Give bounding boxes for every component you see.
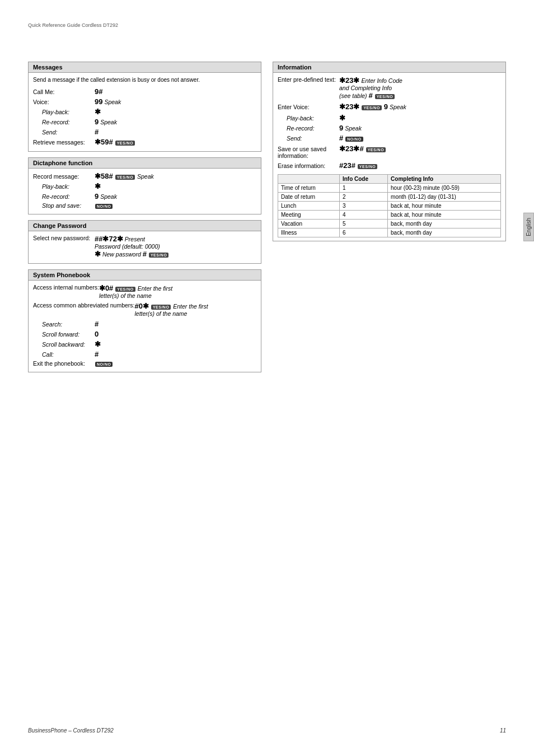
dictaphone-stop-label: Stop and save: [33,202,95,209]
change-password-row: Select new password: ##✱72✱ Present Pass… [33,235,256,258]
table-row: Date of return 2 month (01-12) day (01-3… [278,193,501,202]
phonebook-call-value: # [95,350,99,358]
info-rerecord-value: 9 Speak [339,124,362,132]
messages-voice-value: 99 Speak [95,97,121,106]
messages-retrieve: Retrieve messages: ✱59# YES/NO [33,138,256,146]
dictaphone-playback-value: ✱ [95,182,101,190]
table-row: Illness 6 back, month day [278,228,501,237]
change-password-section: Change Password Select new password: ##✱… [28,220,261,264]
messages-playback-label: Play-back: [33,109,95,115]
messages-send: Send: # [33,128,256,136]
messages-call-me-value: 9# [95,87,102,96]
change-password-value: ##✱72✱ Present Password (default: 0000) … [95,235,169,258]
system-phonebook-section: System Phonebook Access internal numbers… [28,269,261,372]
phonebook-scroll-fwd: Scroll forward: 0 [33,330,256,338]
info-send-label: Send: [278,135,339,142]
dictaphone-rerecord-value: 9 Speak [95,192,117,200]
info-table-header-category [278,175,340,184]
yes-no-badge-8: YES/NO [366,147,386,152]
yes-no-badge-7: YES/NO [362,105,381,110]
messages-voice-label: Voice: [33,99,95,105]
messages-retrieve-label: Retrieve messages: [33,139,95,146]
phonebook-search: Search: # [33,320,256,328]
phonebook-common-value: #0✱ YES/NO Enter the first letter(s) of … [135,302,208,317]
table-row: Vacation 5 back, month day [278,220,501,228]
info-rerecord-label: Re-record: [278,125,339,132]
info-save: Save or use savedinformation: ✱23✱# YES/… [278,144,501,159]
info-voice: Enter Voice: ✱23✱ YES/NO 9 Speak [278,102,501,111]
info-table-header-completing: Completing Info [388,175,501,184]
table-cell-info: back at, hour minute [388,202,501,211]
yes-no-badge: YES/NO [115,141,135,146]
left-column: Messages Send a message if the called ex… [28,62,261,378]
info-voice-label: Enter Voice: [278,104,339,110]
phonebook-exit-value: NO/NO [95,360,113,367]
table-cell-info: back, month day [388,220,501,228]
info-erase-value: #23# YES/NO [339,161,378,170]
phonebook-scroll-fwd-label: Scroll forward: [33,331,95,338]
phonebook-scroll-back-label: Scroll backward: [33,341,95,348]
top-label: Quick Reference Guide Cordless DT292 [28,22,506,28]
phonebook-call: Call: # [33,350,256,358]
phonebook-scroll-fwd-value: 0 [95,330,99,338]
yes-no-badge-4: YES/NO [115,287,135,292]
no-no-badge-2: NO/NO [95,362,113,367]
footer: BusinessPhone – Cordless DT292 11 [28,727,506,734]
info-table: Info Code Completing Info Time of return… [278,174,501,237]
no-no-badge: NO/NO [95,204,113,209]
dictaphone-record: Record message: ✱58# YES/NO Speak [33,172,256,180]
phonebook-search-label: Search: [33,321,95,328]
table-cell-code: 6 [339,228,387,237]
table-cell-code: 5 [339,220,387,228]
table-cell-name: Date of return [278,193,340,202]
messages-retrieve-value: ✱59# YES/NO [95,138,135,146]
table-cell-code: 4 [339,211,387,220]
system-phonebook-title: System Phonebook [29,270,261,281]
information-body: Enter pre-defined text: ✱23✱ Enter Info … [273,73,505,241]
messages-send-value: # [95,128,99,136]
no-no-badge-3: NO/NO [345,137,363,142]
table-cell-name: Vacation [278,220,340,228]
phonebook-call-label: Call: [33,351,95,358]
dictaphone-stop: Stop and save: NO/NO [33,202,256,209]
phonebook-internal-label: Access internal numbers: [33,284,99,291]
information-title: Information [273,62,505,73]
side-tab: English [523,213,534,241]
dictaphone-playback-label: Play-back: [33,183,95,190]
table-row: Time of return 1 hour (00-23) minute (00… [278,184,501,193]
info-table-header-code: Info Code [339,175,387,184]
table-cell-name: Meeting [278,211,340,220]
info-send-value: # NO/NO [339,134,364,142]
info-playback: Play-back: ✱ [278,114,501,122]
info-predefined: Enter pre-defined text: ✱23✱ Enter Info … [278,76,501,100]
messages-playback: Play-back: ✱ [33,108,256,116]
messages-rerecord-label: Re-record: [33,119,95,125]
messages-title: Messages [29,62,261,73]
messages-desc: Send a message if the called extension i… [33,76,256,84]
info-save-value: ✱23✱# YES/NO [339,144,386,153]
messages-section: Messages Send a message if the called ex… [28,62,261,152]
dictaphone-record-value: ✱58# YES/NO Speak [95,172,154,180]
dictaphone-rerecord-label: Re-record: [33,193,95,200]
dictaphone-playback: Play-back: ✱ [33,182,256,190]
table-cell-name: Time of return [278,184,340,193]
info-rerecord: Re-record: 9 Speak [278,124,501,132]
dictaphone-record-label: Record message: [33,173,95,180]
dictaphone-title: Dictaphone function [29,158,261,169]
footer-title: BusinessPhone – Cordless DT292 [28,727,114,734]
change-password-title: Change Password [29,221,261,231]
messages-voice: Voice: 99 Speak [33,97,256,106]
messages-call-me: Call Me: 9# [33,87,256,96]
right-column: Information Enter pre-defined text: ✱23✱… [273,62,506,378]
info-predefined-value: ✱23✱ Enter Info Code and Completing Info… [339,76,402,100]
change-password-label: Select new password: [33,235,95,241]
table-cell-code: 3 [339,202,387,211]
phonebook-internal: Access internal numbers: ✱0# YES/NO Ente… [33,284,256,299]
phonebook-search-value: # [95,320,99,328]
info-erase-label: Erase information: [278,162,339,169]
info-voice-value: ✱23✱ YES/NO 9 Speak [339,102,406,111]
info-save-label: Save or use savedinformation: [278,146,339,159]
phonebook-scroll-back: Scroll backward: ✱ [33,340,256,348]
system-phonebook-body: Access internal numbers: ✱0# YES/NO Ente… [29,281,261,372]
information-section: Information Enter pre-defined text: ✱23✱… [273,62,506,241]
